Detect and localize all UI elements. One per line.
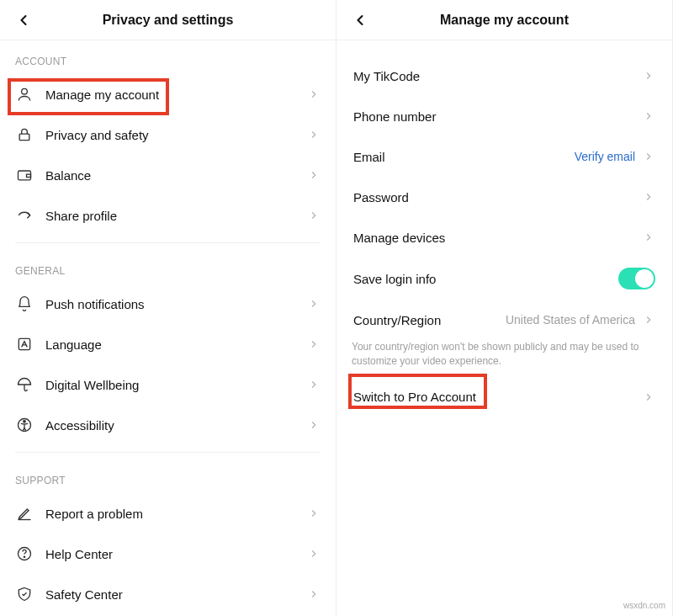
row-language[interactable]: Language — [0, 324, 336, 364]
row-label: Phone number — [353, 109, 642, 124]
toggle-knob — [635, 269, 654, 288]
language-icon — [15, 335, 34, 353]
bell-icon — [15, 295, 34, 313]
chevron-right-icon — [642, 150, 655, 163]
chevron-right-icon — [642, 190, 655, 204]
row-switch-pro-account[interactable]: Switch to Pro Account — [336, 377, 672, 417]
row-label: Manage my account — [45, 88, 307, 102]
row-label: Push notifications — [45, 297, 307, 311]
row-report-problem[interactable]: Report a problem — [0, 493, 336, 534]
row-label: My TikCode — [353, 69, 642, 83]
chevron-right-icon — [307, 547, 321, 560]
row-value-country: United States of America — [506, 313, 635, 327]
row-label: Balance — [45, 168, 307, 183]
row-label: Password — [353, 190, 642, 204]
chevron-right-icon — [307, 88, 321, 101]
row-email[interactable]: Email Verify email — [336, 136, 672, 177]
row-label: Privacy and safety — [45, 128, 307, 142]
divider — [15, 242, 321, 243]
row-label: Switch to Pro Account — [353, 390, 642, 404]
row-manage-devices[interactable]: Manage devices — [336, 217, 672, 258]
svg-rect-2 — [19, 171, 31, 180]
row-accessibility[interactable]: Accessibility — [0, 405, 336, 445]
row-password[interactable]: Password — [336, 177, 672, 217]
header-right: Manage my account — [336, 0, 672, 40]
row-share-profile[interactable]: Share profile — [0, 195, 336, 236]
row-label: Help Center — [45, 547, 307, 561]
row-balance[interactable]: Balance — [0, 155, 336, 195]
row-help-center[interactable]: Help Center — [0, 534, 336, 574]
svg-rect-3 — [27, 174, 31, 177]
country-hint: Your country/region won't be shown publi… — [336, 340, 672, 377]
privacy-settings-panel: Privacy and settings ACCOUNT Manage my a… — [0, 0, 336, 616]
shield-icon — [15, 585, 34, 603]
row-my-tikcode[interactable]: My TikCode — [336, 56, 672, 96]
section-label-support: SUPPORT — [0, 459, 336, 493]
row-label: Share profile — [45, 209, 307, 223]
chevron-right-icon — [307, 128, 321, 141]
share-icon — [15, 206, 34, 225]
row-label: Manage devices — [353, 231, 642, 245]
chevron-right-icon — [307, 297, 321, 311]
chevron-right-icon — [307, 507, 321, 520]
row-value-verify-email: Verify email — [575, 150, 635, 163]
manage-account-panel: Manage my account My TikCode Phone numbe… — [336, 0, 673, 616]
row-phone-number[interactable]: Phone number — [336, 96, 672, 136]
svg-point-6 — [24, 421, 26, 423]
watermark: wsxdn.com — [621, 600, 668, 611]
back-button[interactable] — [13, 10, 34, 30]
row-digital-wellbeing[interactable]: Digital Wellbeing — [0, 364, 336, 405]
chevron-right-icon — [642, 231, 655, 244]
chevron-right-icon — [307, 418, 321, 432]
svg-point-0 — [22, 88, 28, 94]
help-icon — [15, 544, 34, 563]
row-save-login-info[interactable]: Save login info — [336, 258, 672, 300]
row-label: Report a problem — [45, 507, 307, 521]
chevron-right-icon — [642, 313, 655, 327]
row-label: Accessibility — [45, 418, 307, 433]
chevron-right-icon — [642, 69, 655, 82]
wallet-icon — [15, 166, 34, 184]
row-push-notifications[interactable]: Push notifications — [0, 284, 336, 324]
chevron-right-icon — [307, 209, 321, 222]
accessibility-icon — [15, 416, 34, 434]
chevron-left-icon — [15, 12, 32, 29]
row-country-region[interactable]: Country/Region United States of America — [336, 300, 672, 340]
pencil-icon — [15, 504, 34, 523]
row-privacy-safety[interactable]: Privacy and safety — [0, 114, 336, 155]
row-label: Language — [45, 337, 307, 352]
row-label: Safety Center — [45, 587, 307, 602]
section-label-account: ACCOUNT — [0, 40, 336, 74]
toggle-save-login[interactable] — [618, 268, 655, 289]
row-label: Digital Wellbeing — [45, 378, 307, 392]
person-icon — [15, 85, 34, 104]
chevron-left-icon — [352, 12, 368, 29]
chevron-right-icon — [307, 378, 321, 391]
svg-point-8 — [24, 556, 24, 557]
chevron-right-icon — [307, 337, 321, 351]
back-button[interactable] — [350, 10, 370, 30]
svg-rect-1 — [19, 134, 29, 141]
page-title: Privacy and settings — [103, 13, 234, 28]
chevron-right-icon — [642, 109, 655, 123]
chevron-right-icon — [307, 168, 321, 182]
umbrella-icon — [15, 375, 34, 394]
divider — [15, 452, 321, 453]
chevron-right-icon — [307, 587, 321, 601]
row-label: Email — [353, 150, 575, 164]
chevron-right-icon — [642, 390, 655, 404]
row-safety-center[interactable]: Safety Center — [0, 574, 336, 614]
row-label: Save login info — [353, 272, 618, 286]
lock-icon — [15, 125, 34, 144]
header-left: Privacy and settings — [0, 0, 336, 40]
row-manage-my-account[interactable]: Manage my account — [0, 74, 336, 114]
row-label: Country/Region — [353, 313, 506, 327]
section-label-general: GENERAL — [0, 250, 336, 284]
page-title: Manage my account — [440, 13, 569, 28]
